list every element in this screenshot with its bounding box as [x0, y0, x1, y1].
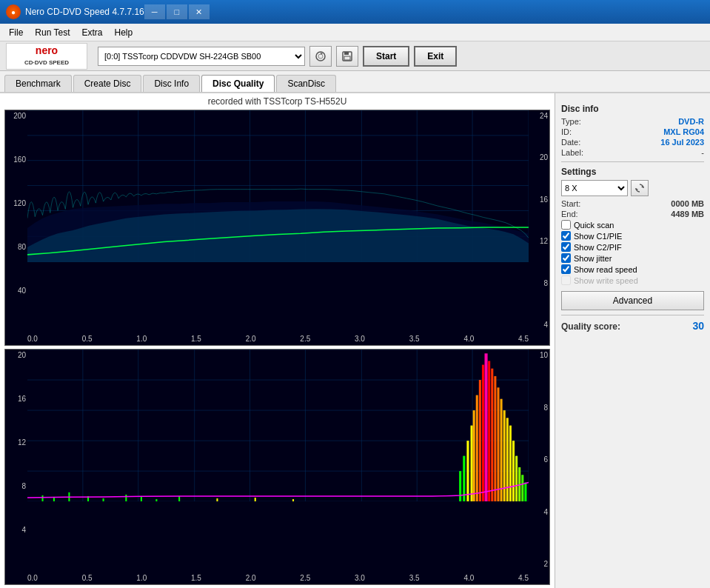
label-label: Label:	[561, 148, 583, 157]
close-button[interactable]: ✕	[189, 4, 210, 19]
show-jitter-label[interactable]: Show jitter	[574, 254, 612, 263]
settings-title: Settings	[561, 167, 704, 177]
divider-2	[561, 315, 704, 315]
svg-rect-7	[344, 56, 350, 60]
show-write-row: Show write speed	[561, 275, 704, 285]
exit-button[interactable]: Exit	[414, 46, 457, 67]
disc-info-title: Disc info	[561, 104, 704, 114]
show-c1-label[interactable]: Show C1/PIE	[574, 232, 622, 241]
show-write-label: Show write speed	[574, 276, 638, 285]
start-button[interactable]: Start	[363, 46, 409, 67]
refresh-button[interactable]	[309, 46, 332, 67]
app-title: Nero CD-DVD Speed 4.7.7.16	[25, 7, 144, 17]
top-chart-xaxis: 0.0 0.5 1.0 1.5 2.0 2.5 3.0 3.5 4.0 4.5	[27, 332, 529, 345]
show-read-checkbox[interactable]	[561, 264, 571, 274]
date-label: Date:	[561, 138, 580, 147]
menu-help[interactable]: Help	[109, 26, 139, 39]
refresh-icon-small	[634, 183, 645, 193]
date-value: 16 Jul 2023	[660, 138, 704, 147]
tab-benchmark[interactable]: Benchmark	[4, 75, 72, 92]
settings-refresh-button[interactable]	[631, 180, 649, 196]
top-chart: 200 160 120 80 40 24 20 16 12 8 4	[4, 110, 550, 346]
save-button[interactable]	[336, 46, 358, 67]
type-value: DVD-R	[678, 117, 704, 126]
start-mb-row: Start: 0000 MB	[561, 199, 704, 208]
bottom-chart-left-yaxis: 20 16 12 8 4	[5, 350, 27, 571]
speed-setting-row: 8 X	[561, 180, 704, 196]
show-c2-row[interactable]: Show C2/PIF	[561, 242, 704, 252]
quick-scan-row[interactable]: Quick scan	[561, 220, 704, 230]
show-jitter-row[interactable]: Show jitter	[561, 253, 704, 263]
charts-area: recorded with TSSTcorp TS-H552U 200 160 …	[0, 93, 555, 588]
main-content: recorded with TSSTcorp TS-H552U 200 160 …	[0, 93, 710, 588]
quality-score-label: Quality score:	[561, 321, 620, 332]
end-mb-row: End: 4489 MB	[561, 210, 704, 218]
maximize-button[interactable]: □	[167, 4, 187, 19]
divider-1	[561, 161, 704, 162]
show-c2-label[interactable]: Show C2/PIF	[574, 243, 622, 252]
svg-text:CD·DVD SPEED: CD·DVD SPEED	[24, 59, 69, 66]
toolbar: nero CD·DVD SPEED [0:0] TSSTcorp CDDVDW …	[0, 41, 710, 71]
refresh-icon	[315, 50, 326, 62]
type-label: Type:	[561, 117, 581, 126]
show-c1-checkbox[interactable]	[561, 231, 571, 241]
show-read-label[interactable]: Show read speed	[574, 265, 637, 274]
id-value: MXL RG04	[663, 127, 704, 136]
bottom-chart-right-yaxis: 10 8 6 4 2	[529, 350, 549, 569]
id-label: ID:	[561, 127, 572, 136]
save-icon	[341, 50, 353, 62]
bottom-chart: 20 16 12 8 4 10 8 6 4 2	[4, 349, 550, 585]
show-write-checkbox	[561, 275, 571, 285]
show-c1-row[interactable]: Show C1/PIE	[561, 231, 704, 241]
tab-scan-disc[interactable]: ScanDisc	[276, 75, 336, 92]
speed-select[interactable]: 8 X	[561, 180, 628, 196]
tab-disc-quality[interactable]: Disc Quality	[201, 75, 275, 92]
menu-extra[interactable]: Extra	[76, 26, 108, 39]
quick-scan-label[interactable]: Quick scan	[574, 221, 614, 230]
quick-scan-checkbox[interactable]	[561, 220, 571, 230]
type-row: Type: DVD-R	[561, 117, 704, 126]
top-chart-right-yaxis: 24 20 16 12 8 4	[529, 110, 549, 330]
right-panel: Disc info Type: DVD-R ID: MXL RG04 Date:…	[555, 93, 710, 588]
minimize-button[interactable]: ─	[144, 4, 165, 19]
label-row: Label: -	[561, 148, 704, 157]
svg-text:nero: nero	[36, 44, 58, 56]
top-chart-svg	[27, 110, 529, 262]
drive-select[interactable]: [0:0] TSSTcorp CDDVDW SH-224GB SB00	[98, 47, 305, 66]
end-mb-label: End:	[561, 210, 578, 218]
label-value: -	[701, 148, 704, 157]
id-row: ID: MXL RG04	[561, 127, 704, 136]
svg-rect-6	[344, 52, 349, 55]
menu-file[interactable]: File	[3, 26, 29, 39]
bottom-chart-svg	[27, 350, 529, 501]
show-c2-checkbox[interactable]	[561, 242, 571, 252]
quality-score-row: Quality score: 30	[561, 320, 704, 332]
advanced-button[interactable]: Advanced	[561, 291, 704, 310]
date-row: Date: 16 Jul 2023	[561, 138, 704, 147]
menu-bar: File Run Test Extra Help	[0, 24, 710, 41]
tab-disc-info[interactable]: Disc Info	[143, 75, 200, 92]
app-icon: ●	[6, 4, 21, 19]
tab-create-disc[interactable]: Create Disc	[73, 75, 142, 92]
quality-score-value: 30	[692, 320, 704, 332]
start-mb-value: 0000 MB	[671, 199, 704, 208]
show-jitter-checkbox[interactable]	[561, 253, 571, 263]
tabs: Benchmark Create Disc Disc Info Disc Qua…	[0, 71, 710, 93]
show-read-row[interactable]: Show read speed	[561, 264, 704, 274]
menu-run-test[interactable]: Run Test	[29, 26, 76, 39]
title-bar: ● Nero CD-DVD Speed 4.7.7.16 ─ □ ✕	[0, 0, 710, 24]
bottom-chart-xaxis: 0.0 0.5 1.0 1.5 2.0 2.5 3.0 3.5 4.0 4.5	[27, 571, 529, 584]
nero-logo: nero CD·DVD SPEED	[6, 43, 87, 70]
end-mb-value: 4489 MB	[671, 210, 704, 218]
top-chart-left-yaxis: 200 160 120 80 40	[5, 110, 27, 332]
start-mb-label: Start:	[561, 199, 580, 208]
chart-title: recorded with TSSTcorp TS-H552U	[1, 95, 553, 108]
